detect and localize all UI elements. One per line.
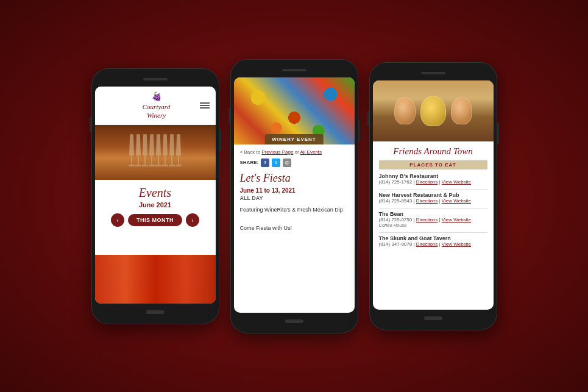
wine-circle-1 [394, 97, 416, 124]
phone-3: Friends Around Town PLACES TO EAT Johnny… [369, 62, 497, 330]
phone-2-screen: WINERY EVENT < Back to Previous Page or … [234, 77, 355, 313]
phone-1-header: 🍇 Courtyard Winery [95, 87, 216, 126]
place-info-1: (814) 725-8543 | Directions | View Websi… [379, 198, 487, 204]
website-link-3[interactable]: View Website [442, 241, 471, 247]
friends-page-title: Friends Around Town [379, 146, 487, 157]
phone-3-screen: Friends Around Town PLACES TO EAT Johnny… [373, 80, 494, 310]
directions-link-1[interactable]: Directions [416, 198, 438, 204]
website-link-0[interactable]: View Website [442, 179, 471, 185]
facebook-icon[interactable]: f [261, 159, 269, 167]
place-item-1: New Harvest Restaurant & Pub (814) 725-8… [379, 192, 487, 204]
divider-1 [379, 208, 487, 208]
home-button[interactable] [146, 310, 165, 314]
place-subtitle-2: Coffee House [379, 223, 487, 228]
home-button-3[interactable] [424, 316, 442, 320]
this-month-button[interactable]: THIS MONTH [128, 214, 182, 226]
glass-4 [149, 134, 154, 171]
phone-3-bottom-bar [373, 312, 494, 324]
share-row: SHARE: f t @ [240, 159, 349, 167]
all-events-link[interactable]: All Events [300, 149, 322, 155]
fiesta-hero-image: WINERY EVENT [234, 77, 355, 144]
glass-3 [143, 134, 147, 171]
winery-event-badge: WINERY EVENT [264, 134, 323, 144]
email-icon[interactable]: @ [283, 159, 291, 167]
phone-3-content: Friends Around Town PLACES TO EAT Johnny… [373, 141, 494, 310]
twitter-icon[interactable]: t [272, 159, 280, 167]
chili-visual [95, 255, 216, 304]
divider-0 [379, 189, 487, 190]
phone-1-screen: 🍇 Courtyard Winery [95, 87, 216, 304]
wine-circle-gold [420, 96, 446, 126]
event-description-2: Come Fiesta with Us! [240, 224, 349, 232]
event-description-1: Featuring WineRita's & Fresh Mexican Dip [240, 206, 349, 214]
place-name-3: The Skunk and Goat Tavern [379, 235, 487, 241]
place-item-0: Johnny B's Restaurant (814) 725-1762 | D… [379, 173, 487, 185]
phone-3-top-bar [373, 68, 494, 78]
home-button-2[interactable] [285, 319, 303, 323]
winery-logo: 🍇 Courtyard Winery [143, 91, 170, 120]
divider-2 [379, 232, 487, 233]
wine-glasses-image [95, 125, 216, 180]
place-name-0: Johnny B's Restaurant [379, 173, 487, 179]
directions-link-2[interactable]: Directions [416, 217, 438, 223]
glass-2 [136, 134, 141, 171]
phone-2-speaker [282, 69, 306, 71]
chili-image [95, 255, 216, 304]
grape-icon: 🍇 [143, 91, 170, 102]
website-link-2[interactable]: View Website [442, 217, 471, 223]
back-navigation: < Back to Previous Page or All Events [240, 149, 349, 155]
wine-toast-image [373, 80, 494, 141]
events-title: Events [102, 186, 208, 200]
directions-link-0[interactable]: Directions [416, 179, 438, 185]
phone-2-top-bar [234, 65, 355, 75]
wine-glasses-visual [95, 125, 216, 180]
website-link-1[interactable]: View Website [442, 198, 471, 204]
place-item-3: The Skunk and Goat Tavern (814) 347-9078… [379, 235, 487, 247]
wine-circle-2 [451, 97, 472, 124]
place-info-0: (814) 725-1762 | Directions | View Websi… [379, 179, 487, 185]
glass-8 [176, 134, 181, 171]
phone-3-speaker [421, 72, 445, 74]
fiesta-event-date: June 11 to 13, 2021 [240, 187, 349, 194]
hamburger-menu-icon[interactable] [200, 102, 210, 109]
next-month-button[interactable]: › [186, 213, 199, 227]
phone-2-content: < Back to Previous Page or All Events SH… [234, 144, 355, 313]
phone-1: 🍇 Courtyard Winery [91, 68, 219, 324]
event-time: ALL DAY [240, 195, 349, 201]
place-info-3: (814) 347-9078 | Directions | View Websi… [379, 241, 487, 247]
previous-page-link[interactable]: Previous Page [261, 149, 293, 155]
place-name-2: The Bean [379, 211, 487, 217]
phone-2: WINERY EVENT < Back to Previous Page or … [230, 59, 358, 333]
places-to-eat-header: PLACES TO EAT [379, 160, 487, 169]
events-section: Events June 2021 ‹ THIS MONTH › [95, 180, 216, 254]
glass-1 [129, 134, 134, 171]
glass-7 [169, 134, 174, 171]
place-info-2: (814) 725-0750 | Directions | View Websi… [379, 217, 487, 223]
phones-container: 🍇 Courtyard Winery [79, 47, 509, 346]
wine-toast-visual [373, 80, 494, 141]
prev-month-button[interactable]: ‹ [111, 213, 124, 227]
directions-link-3[interactable]: Directions [416, 241, 438, 247]
place-item-2: The Bean (814) 725-0750 | Directions | V… [379, 211, 487, 228]
month-nav: ‹ THIS MONTH › [102, 213, 208, 227]
fiesta-event-title: Let's Fiesta [240, 172, 349, 185]
events-month: June 2021 [102, 201, 208, 208]
phone-1-bottom-bar [95, 306, 216, 318]
place-name-1: New Harvest Restaurant & Pub [379, 192, 487, 198]
phone-2-bottom-bar [234, 315, 355, 327]
phone-1-top-bar [95, 74, 216, 84]
phone-1-speaker [143, 78, 168, 80]
glass-5 [156, 134, 161, 171]
glass-6 [163, 134, 168, 171]
